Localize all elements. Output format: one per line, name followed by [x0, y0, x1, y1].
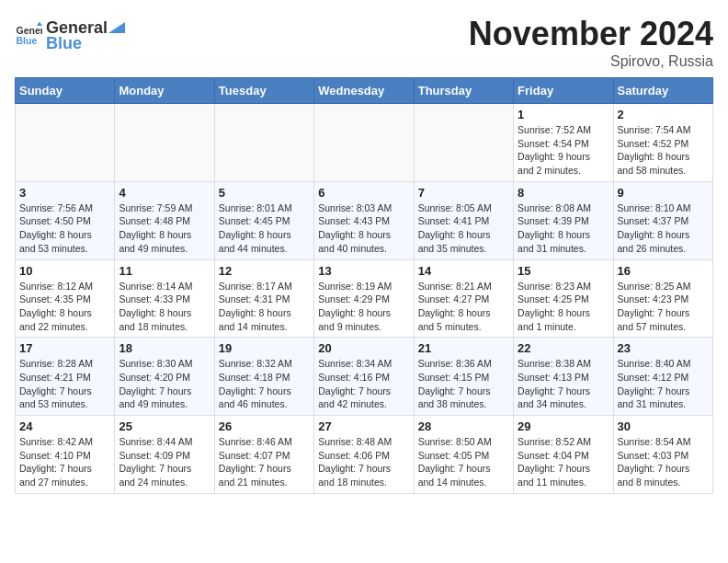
- calendar-cell: 4Sunrise: 7:59 AM Sunset: 4:48 PM Daylig…: [115, 181, 214, 259]
- weekday-header-wednesday: Wednesday: [314, 78, 414, 104]
- day-info: Sunrise: 8:19 AM Sunset: 4:29 PM Dayligh…: [318, 280, 409, 334]
- day-info: Sunrise: 8:48 AM Sunset: 4:06 PM Dayligh…: [318, 435, 409, 489]
- calendar-body: 1Sunrise: 7:52 AM Sunset: 4:54 PM Daylig…: [16, 104, 713, 494]
- day-number: 17: [19, 341, 110, 355]
- logo: General Blue General Blue: [15, 15, 126, 53]
- calendar-cell: 8Sunrise: 8:08 AM Sunset: 4:39 PM Daylig…: [514, 181, 613, 259]
- day-info: Sunrise: 8:54 AM Sunset: 4:03 PM Dayligh…: [618, 435, 709, 489]
- calendar-cell: 9Sunrise: 8:10 AM Sunset: 4:37 PM Daylig…: [613, 181, 712, 259]
- location-title: Spirovo, Russia: [469, 53, 713, 70]
- day-number: 27: [318, 419, 409, 433]
- logo-icon: General Blue: [15, 20, 42, 48]
- day-number: 26: [219, 419, 310, 433]
- day-number: 8: [518, 186, 609, 200]
- logo-triangle-icon: [108, 15, 125, 33]
- calendar-table: SundayMondayTuesdayWednesdayThursdayFrid…: [15, 77, 713, 494]
- calendar-cell: 11Sunrise: 8:14 AM Sunset: 4:33 PM Dayli…: [115, 259, 214, 338]
- calendar-cell: 12Sunrise: 8:17 AM Sunset: 4:31 PM Dayli…: [214, 259, 313, 338]
- day-number: 25: [119, 419, 210, 433]
- day-number: 9: [618, 186, 709, 200]
- weekday-header-thursday: Thursday: [414, 78, 513, 104]
- calendar-week-1: 1Sunrise: 7:52 AM Sunset: 4:54 PM Daylig…: [16, 104, 713, 182]
- calendar-cell: 14Sunrise: 8:21 AM Sunset: 4:27 PM Dayli…: [414, 259, 513, 338]
- day-number: 5: [219, 186, 310, 200]
- calendar-week-5: 24Sunrise: 8:42 AM Sunset: 4:10 PM Dayli…: [16, 416, 713, 494]
- day-number: 4: [119, 186, 210, 200]
- day-number: 6: [318, 186, 409, 200]
- day-number: 13: [318, 264, 409, 278]
- day-number: 3: [19, 186, 110, 200]
- calendar-cell: 24Sunrise: 8:42 AM Sunset: 4:10 PM Dayli…: [16, 416, 115, 494]
- day-number: 11: [119, 264, 210, 278]
- svg-marker-2: [37, 22, 42, 27]
- day-number: 15: [518, 264, 609, 278]
- calendar-cell: 15Sunrise: 8:23 AM Sunset: 4:25 PM Dayli…: [514, 259, 613, 338]
- weekday-header-monday: Monday: [115, 78, 214, 104]
- calendar-header-row: SundayMondayTuesdayWednesdayThursdayFrid…: [16, 78, 713, 104]
- weekday-header-sunday: Sunday: [16, 78, 115, 104]
- calendar-cell: 5Sunrise: 8:01 AM Sunset: 4:45 PM Daylig…: [214, 181, 313, 259]
- calendar-cell: [314, 104, 414, 182]
- calendar-cell: 28Sunrise: 8:50 AM Sunset: 4:05 PM Dayli…: [414, 416, 513, 494]
- calendar-week-3: 10Sunrise: 8:12 AM Sunset: 4:35 PM Dayli…: [16, 259, 713, 338]
- calendar-cell: [115, 104, 214, 182]
- day-info: Sunrise: 7:59 AM Sunset: 4:48 PM Dayligh…: [119, 201, 210, 256]
- calendar-cell: [214, 104, 313, 182]
- calendar-cell: 10Sunrise: 8:12 AM Sunset: 4:35 PM Dayli…: [16, 259, 115, 338]
- day-info: Sunrise: 8:21 AM Sunset: 4:27 PM Dayligh…: [418, 280, 509, 334]
- calendar-cell: 3Sunrise: 7:56 AM Sunset: 4:50 PM Daylig…: [16, 181, 115, 259]
- calendar-week-2: 3Sunrise: 7:56 AM Sunset: 4:50 PM Daylig…: [16, 181, 713, 259]
- page-header: General Blue General Blue November 2024 …: [15, 15, 713, 70]
- day-number: 2: [618, 108, 709, 121]
- calendar-cell: 21Sunrise: 8:36 AM Sunset: 4:15 PM Dayli…: [414, 338, 513, 416]
- calendar-cell: 23Sunrise: 8:40 AM Sunset: 4:12 PM Dayli…: [613, 338, 712, 416]
- day-number: 18: [119, 341, 210, 355]
- calendar-cell: 19Sunrise: 8:32 AM Sunset: 4:18 PM Dayli…: [214, 338, 313, 416]
- svg-marker-3: [108, 22, 125, 33]
- day-info: Sunrise: 8:42 AM Sunset: 4:10 PM Dayligh…: [19, 435, 110, 489]
- day-info: Sunrise: 8:34 AM Sunset: 4:16 PM Dayligh…: [318, 357, 409, 411]
- svg-text:Blue: Blue: [17, 35, 38, 46]
- calendar-cell: 30Sunrise: 8:54 AM Sunset: 4:03 PM Dayli…: [613, 416, 712, 494]
- day-info: Sunrise: 8:40 AM Sunset: 4:12 PM Dayligh…: [618, 357, 709, 411]
- day-number: 19: [219, 341, 310, 355]
- day-number: 14: [418, 264, 509, 278]
- day-info: Sunrise: 8:10 AM Sunset: 4:37 PM Dayligh…: [618, 201, 709, 256]
- calendar-cell: 25Sunrise: 8:44 AM Sunset: 4:09 PM Dayli…: [115, 416, 214, 494]
- day-number: 10: [19, 264, 110, 278]
- day-number: 22: [518, 341, 609, 355]
- day-number: 1: [518, 108, 609, 121]
- calendar-cell: 26Sunrise: 8:46 AM Sunset: 4:07 PM Dayli…: [214, 416, 313, 494]
- calendar-cell: [16, 104, 115, 182]
- title-area: November 2024 Spirovo, Russia: [469, 15, 713, 70]
- weekday-header-tuesday: Tuesday: [214, 78, 313, 104]
- day-info: Sunrise: 8:05 AM Sunset: 4:41 PM Dayligh…: [418, 201, 509, 256]
- day-info: Sunrise: 7:54 AM Sunset: 4:52 PM Dayligh…: [618, 123, 709, 178]
- day-info: Sunrise: 8:03 AM Sunset: 4:43 PM Dayligh…: [318, 201, 409, 256]
- day-number: 28: [418, 419, 509, 433]
- calendar-cell: 2Sunrise: 7:54 AM Sunset: 4:52 PM Daylig…: [613, 104, 712, 182]
- calendar-cell: 13Sunrise: 8:19 AM Sunset: 4:29 PM Dayli…: [314, 259, 414, 338]
- calendar-cell: 17Sunrise: 8:28 AM Sunset: 4:21 PM Dayli…: [16, 338, 115, 416]
- weekday-header-saturday: Saturday: [613, 78, 712, 104]
- calendar-cell: 16Sunrise: 8:25 AM Sunset: 4:23 PM Dayli…: [613, 259, 712, 338]
- day-info: Sunrise: 8:30 AM Sunset: 4:20 PM Dayligh…: [119, 357, 210, 411]
- day-info: Sunrise: 7:52 AM Sunset: 4:54 PM Dayligh…: [518, 123, 609, 178]
- calendar-cell: 6Sunrise: 8:03 AM Sunset: 4:43 PM Daylig…: [314, 181, 414, 259]
- day-info: Sunrise: 8:25 AM Sunset: 4:23 PM Dayligh…: [618, 280, 709, 334]
- calendar-week-4: 17Sunrise: 8:28 AM Sunset: 4:21 PM Dayli…: [16, 338, 713, 416]
- weekday-header-friday: Friday: [514, 78, 613, 104]
- day-info: Sunrise: 7:56 AM Sunset: 4:50 PM Dayligh…: [19, 201, 110, 256]
- calendar-cell: 1Sunrise: 7:52 AM Sunset: 4:54 PM Daylig…: [514, 104, 613, 182]
- day-number: 21: [418, 341, 509, 355]
- day-info: Sunrise: 8:50 AM Sunset: 4:05 PM Dayligh…: [418, 435, 509, 489]
- calendar-cell: 22Sunrise: 8:38 AM Sunset: 4:13 PM Dayli…: [514, 338, 613, 416]
- day-info: Sunrise: 8:01 AM Sunset: 4:45 PM Dayligh…: [219, 201, 310, 256]
- day-number: 24: [19, 419, 110, 433]
- day-number: 30: [618, 419, 709, 433]
- day-info: Sunrise: 8:08 AM Sunset: 4:39 PM Dayligh…: [518, 201, 609, 256]
- day-info: Sunrise: 8:36 AM Sunset: 4:15 PM Dayligh…: [418, 357, 509, 411]
- day-info: Sunrise: 8:38 AM Sunset: 4:13 PM Dayligh…: [518, 357, 609, 411]
- calendar-cell: 29Sunrise: 8:52 AM Sunset: 4:04 PM Dayli…: [514, 416, 613, 494]
- day-info: Sunrise: 8:12 AM Sunset: 4:35 PM Dayligh…: [19, 280, 110, 334]
